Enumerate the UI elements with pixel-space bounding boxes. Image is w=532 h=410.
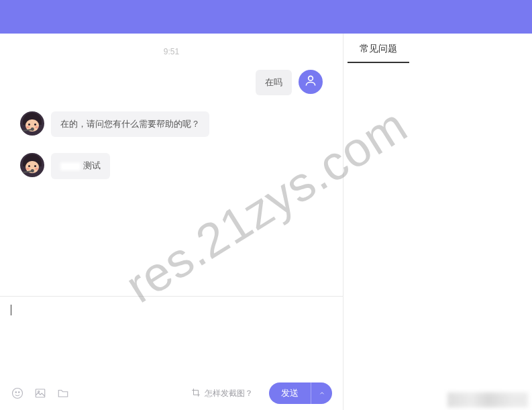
agent-face-icon: [20, 153, 44, 177]
svg-point-1: [13, 389, 23, 399]
message-bubble: 在的，请问您有什么需要帮助的呢？: [51, 111, 209, 137]
message-input[interactable]: [0, 297, 343, 376]
svg-point-2: [15, 392, 17, 393]
sidebar-panel: 常见问题: [343, 34, 532, 410]
redacted-text: [60, 162, 81, 170]
chevron-up-icon: [319, 389, 325, 399]
user-icon: [304, 74, 317, 90]
message-bubble: 在吗: [256, 70, 292, 95]
svg-point-3: [19, 392, 20, 393]
send-button-group: 发送: [269, 382, 332, 404]
input-area: 怎样发截图？ 发送: [0, 296, 343, 410]
message-bubble: 测试: [51, 153, 110, 178]
emoji-icon[interactable]: [11, 387, 24, 400]
svg-rect-4: [36, 389, 45, 397]
bottom-smudge: [447, 393, 528, 407]
app-header: [0, 0, 532, 34]
folder-icon[interactable]: [56, 387, 70, 400]
image-icon[interactable]: [34, 387, 47, 400]
chat-panel: 9:51 在吗 在的，请问您有什: [0, 34, 343, 410]
text-caret: [11, 305, 11, 315]
screenshot-hint[interactable]: 怎样发截图？: [191, 388, 253, 399]
message-text: 测试: [83, 160, 101, 170]
send-options-button[interactable]: [311, 382, 332, 404]
screenshot-hint-label: 怎样发截图？: [205, 388, 253, 399]
messages-list: 9:51 在吗 在的，请问您有什: [0, 34, 343, 296]
main-layout: 9:51 在吗 在的，请问您有什: [0, 34, 532, 410]
message-row-outgoing: 在吗: [13, 70, 329, 95]
svg-point-5: [38, 391, 40, 393]
crop-icon: [191, 388, 201, 399]
input-toolbar: 怎样发截图？ 发送: [0, 376, 343, 410]
user-avatar[interactable]: [299, 70, 323, 94]
message-row-incoming: 测试: [13, 153, 329, 178]
svg-point-0: [309, 76, 313, 81]
send-button[interactable]: 发送: [269, 382, 311, 404]
agent-avatar[interactable]: [20, 153, 44, 177]
agent-avatar[interactable]: [20, 111, 44, 136]
message-row-incoming: 在的，请问您有什么需要帮助的呢？: [13, 111, 329, 137]
agent-face-icon: [20, 111, 44, 136]
timestamp: 9:51: [13, 47, 329, 56]
tab-faq[interactable]: 常见问题: [348, 34, 409, 63]
